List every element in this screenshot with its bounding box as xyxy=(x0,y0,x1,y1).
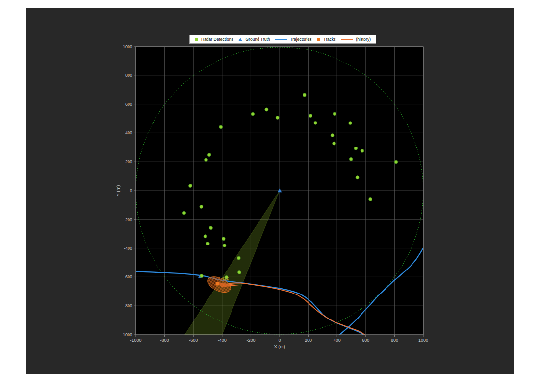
radar-detection-marker xyxy=(237,256,240,260)
line-sample-icon xyxy=(275,39,287,40)
radar-detection-marker xyxy=(206,242,209,245)
radar-detection-marker xyxy=(209,226,213,230)
radar-detection-marker xyxy=(238,271,241,274)
radar-detection-marker xyxy=(222,237,225,241)
radar-detection-marker xyxy=(361,149,364,152)
radar-detection-marker xyxy=(189,184,192,188)
radar-detection-marker xyxy=(265,108,268,111)
radar-detection-marker xyxy=(314,121,317,124)
x-tick-label: 200 xyxy=(305,338,312,343)
radar-detection-marker xyxy=(251,112,255,116)
legend: Radar DetectionsGround TruthTrajectories… xyxy=(189,35,376,44)
radar-detection-marker xyxy=(394,160,398,164)
y-tick-label: 600 xyxy=(125,102,132,107)
radar-detection-marker xyxy=(200,274,204,278)
radar-detection-marker xyxy=(205,158,208,162)
x-tick-label: -600 xyxy=(189,338,198,343)
legend-item-label: Trajectories xyxy=(290,37,311,42)
radar-detection-marker xyxy=(276,116,279,120)
legend-item-label: Radar Detections xyxy=(201,37,233,42)
desktop-background: { "figure": { "x": 54, "y": 17, "width":… xyxy=(0,0,541,392)
y-tick-label: -400 xyxy=(124,246,132,251)
track-square-icon xyxy=(317,38,320,41)
y-tick-label: -800 xyxy=(124,303,132,308)
legend-item-ground-truth: Ground Truth xyxy=(238,37,270,42)
track-marker xyxy=(216,282,219,285)
x-tick-label: -400 xyxy=(218,338,227,343)
legend-item-label: (history) xyxy=(356,37,371,42)
radar-detection-marker xyxy=(356,176,359,179)
radar-detection-marker xyxy=(349,122,352,125)
legend-item-label: Ground Truth xyxy=(245,37,270,42)
y-tick-label: -600 xyxy=(124,274,132,279)
legend-item-trajectories: Trajectories xyxy=(275,37,311,42)
radar-detection-marker xyxy=(207,153,211,157)
radar-detection-marker xyxy=(333,112,336,116)
radar-detection-marker xyxy=(333,142,336,145)
matlab-figure-window: 422-1000-800-600-400-2000200400600800100… xyxy=(26,8,514,374)
y-tick-label: 200 xyxy=(125,159,132,164)
legend-item-history: (history) xyxy=(341,37,371,42)
y-tick-label: 0 xyxy=(130,188,132,193)
radar-detection-marker xyxy=(223,244,226,247)
legend-item-tracks: Tracks xyxy=(317,37,335,42)
y-axis-label: Y (m) xyxy=(115,185,121,196)
radar-detection-marker xyxy=(369,198,372,201)
legend-item-label: Tracks xyxy=(323,37,335,42)
ground-truth-triangle-icon xyxy=(238,38,242,41)
radar-detection-marker xyxy=(349,158,353,161)
y-tick-label: 800 xyxy=(125,73,132,78)
x-tick-label: -200 xyxy=(246,338,255,343)
y-tick-label: 400 xyxy=(125,130,132,135)
x-axis-label: X (m) xyxy=(274,344,285,349)
line-sample-icon xyxy=(341,39,353,40)
track-id-label: 422 xyxy=(222,276,229,281)
x-tick-label: 600 xyxy=(362,338,369,343)
y-tick-label: -200 xyxy=(124,217,132,222)
x-tick-label: 1000 xyxy=(418,338,428,343)
radar-tracking-plot: 422-1000-800-600-400-2000200400600800100… xyxy=(26,8,514,374)
legend-item-radar-detections: Radar Detections xyxy=(195,37,233,42)
x-tick-label: -1000 xyxy=(130,338,141,343)
x-tick-label: 0 xyxy=(278,338,281,343)
radar-detection-marker xyxy=(309,114,312,118)
y-tick-label: -1000 xyxy=(121,332,132,337)
radar-detection-marker xyxy=(200,205,203,209)
x-tick-label: 400 xyxy=(334,338,341,343)
radar-detection-marker xyxy=(354,147,358,150)
x-tick-label: -800 xyxy=(160,338,169,343)
y-tick-label: 1000 xyxy=(123,44,132,49)
radar-detection-marker xyxy=(219,125,223,129)
x-tick-label: 800 xyxy=(391,338,398,343)
radar-detection-marker xyxy=(331,134,334,137)
detection-dot-icon xyxy=(195,38,198,41)
radar-detection-marker xyxy=(182,211,186,215)
radar-detection-marker xyxy=(204,235,207,238)
radar-detection-marker xyxy=(303,93,306,97)
